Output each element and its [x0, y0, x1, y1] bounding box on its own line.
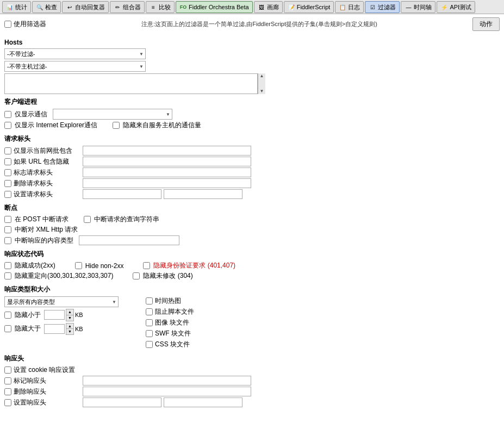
hide-larger-checkbox[interactable]	[4, 325, 11, 332]
set-req-header-label[interactable]: 设置请求标头	[14, 190, 53, 199]
block-scripts-checkbox[interactable]	[146, 308, 153, 315]
toolbar-btn-log[interactable]: 📋 日志	[335, 1, 364, 13]
toolbar-btn-composer[interactable]: ✏ 组合器	[110, 1, 145, 13]
hide-smaller-value[interactable]: 1	[44, 310, 65, 320]
interrupt-query-checkbox[interactable]	[84, 216, 91, 223]
post-request-label[interactable]: 在 POST 中断请求	[15, 215, 69, 224]
hide-non2xx-label[interactable]: Hide non-2xx	[85, 262, 124, 270]
hide-auth-label[interactable]: 隐藏身份验证要求 (401,407)	[153, 261, 235, 270]
hide-success-checkbox[interactable]	[4, 262, 11, 269]
hosts-textarea[interactable]	[4, 73, 258, 94]
hide-redirect-label[interactable]: 隐藏重定向(300,301,302,303,307)	[15, 271, 113, 281]
hosts-dropdown1-row: -不带过滤- 仅显示以下主机 隐藏以下主机 ▼	[4, 48, 500, 59]
block-images-label[interactable]: 图像 块文件	[155, 318, 189, 327]
delete-resp-header-checkbox[interactable]	[4, 388, 11, 395]
hide-server-label[interactable]: 隐藏来自服务主机的通信量	[123, 121, 201, 130]
set-cookie-label[interactable]: 设置 cookie 响应设置	[14, 365, 75, 375]
larger-down-arrow[interactable]: ▼	[66, 329, 73, 334]
xml-http-checkbox[interactable]	[4, 226, 11, 233]
flag-resp-header-checkbox[interactable]	[4, 377, 11, 384]
toolbar-btn-compare[interactable]: ≡ 比较	[146, 1, 175, 13]
hide-non2xx-checkbox[interactable]	[75, 262, 82, 269]
block-swf-label[interactable]: SWF 块文件	[155, 329, 191, 338]
block-scripts-row: 阻止脚本文件	[146, 307, 194, 316]
toolbar-btn-filters[interactable]: ☑ 过滤器	[365, 1, 400, 13]
toolbar-btn-timeline[interactable]: — 时间轴	[401, 1, 435, 13]
hosts-dropdown1[interactable]: -不带过滤- 仅显示以下主机 隐藏以下主机	[4, 48, 146, 59]
set-req-header-input2[interactable]	[164, 189, 242, 199]
larger-up-arrow[interactable]: ▲	[66, 324, 73, 330]
hide-success-label[interactable]: 隐藏成功(2xx)	[15, 261, 55, 270]
hide-larger-label[interactable]: 隐藏大于	[15, 324, 41, 333]
process-dropdown[interactable]	[53, 109, 172, 120]
show-current-input[interactable]	[83, 146, 251, 156]
show-comms-checkbox[interactable]	[4, 111, 11, 118]
flag-header-checkbox[interactable]	[4, 169, 11, 176]
toolbar-btn-apitest[interactable]: ⚡ API测试	[437, 1, 475, 13]
response-type-title: 响应类型和大小	[4, 285, 500, 294]
block-swf-checkbox[interactable]	[146, 330, 153, 337]
delete-header-input[interactable]	[83, 178, 251, 188]
flag-header-label[interactable]: 标志请求标头	[14, 168, 53, 177]
hide-modified-checkbox[interactable]	[133, 272, 140, 279]
xml-http-row: 中断对 XML Http 请求	[4, 225, 500, 234]
set-req-header-input1[interactable]	[83, 189, 161, 199]
flag-resp-header-input[interactable]	[83, 376, 251, 386]
delete-req-header-checkbox[interactable]	[4, 180, 11, 187]
scroll-down-arrow[interactable]: ▼	[260, 89, 264, 94]
show-ie-checkbox[interactable]	[4, 122, 11, 129]
hide-redirect-checkbox[interactable]	[4, 272, 11, 279]
hide-server-checkbox[interactable]	[113, 122, 120, 129]
show-current-label[interactable]: 仅显示当前网批包含	[14, 146, 72, 156]
hide-smaller-checkbox[interactable]	[4, 312, 11, 319]
content-type-label[interactable]: 中断响应的内容类型	[15, 236, 73, 245]
block-images-checkbox[interactable]	[146, 319, 153, 326]
hide-modified-label[interactable]: 隐藏未修改 (304)	[143, 271, 192, 281]
block-css-checkbox[interactable]	[146, 341, 153, 348]
xml-http-label[interactable]: 中断对 XML Http 请求	[15, 225, 78, 234]
hide-auth-checkbox[interactable]	[143, 262, 150, 269]
set-resp-header-input2[interactable]	[164, 397, 242, 407]
hide-if-url-checkbox[interactable]	[4, 158, 11, 165]
set-resp-header-input1[interactable]	[83, 397, 161, 407]
content-type-input[interactable]	[79, 235, 179, 245]
delete-resp-header-label[interactable]: 删除响应头	[14, 387, 46, 396]
interrupt-query-label[interactable]: 中断请求的查询字符串	[94, 215, 159, 224]
show-current-checkbox[interactable]	[4, 147, 11, 154]
delete-req-header-label[interactable]: 删除请求标头	[14, 179, 53, 188]
hide-if-url-label[interactable]: 如果 URL 包含隐藏	[14, 157, 69, 166]
smaller-down-arrow[interactable]: ▼	[66, 315, 73, 321]
content-type-checkbox[interactable]	[4, 237, 11, 244]
block-css-label[interactable]: CSS 块文件	[155, 340, 190, 349]
toolbar-btn-inspect[interactable]: 🔍 检查	[32, 1, 61, 13]
action-button[interactable]: 动作	[472, 17, 500, 31]
use-filter-label[interactable]: 使用筛选器	[14, 20, 46, 29]
hide-larger-value[interactable]: 1	[44, 324, 65, 334]
post-request-checkbox[interactable]	[4, 216, 11, 223]
toolbar-btn-fo[interactable]: FO Fiddler Orchestra Beta	[176, 1, 253, 13]
toolbar-btn-gallery[interactable]: 🖼 画廊	[254, 1, 283, 13]
block-scripts-label[interactable]: 阻止脚本文件	[155, 307, 194, 316]
hosts-scrollbar[interactable]: ▲ ▼	[258, 73, 265, 94]
smaller-up-arrow[interactable]: ▲	[66, 309, 73, 315]
flag-header-input[interactable]	[83, 167, 251, 177]
hide-smaller-label[interactable]: 隐藏小于	[15, 310, 41, 320]
delete-resp-header-input[interactable]	[83, 387, 251, 396]
toolbar-btn-stats[interactable]: 📊 统计	[2, 1, 31, 13]
hosts-dropdown2[interactable]: -不带主机过滤- 仅显示以下主机 隐藏以下主机	[4, 61, 146, 72]
set-req-header-checkbox[interactable]	[4, 191, 11, 198]
hide-if-url-input[interactable]	[83, 157, 251, 166]
resp-type-dropdown[interactable]: 显示所有内容类型 仅显示图像 仅显示文本 仅显示JavaScript	[4, 296, 119, 307]
toolbar-btn-autoresponder[interactable]: ↩ 自动回复器	[62, 1, 109, 13]
toolbar-btn-fiddlerscript[interactable]: 📝 FiddlerScript	[284, 1, 334, 13]
set-resp-header-label[interactable]: 设置响应头	[14, 398, 46, 407]
set-cookie-checkbox[interactable]	[4, 366, 11, 374]
use-filter-checkbox[interactable]	[4, 21, 11, 28]
set-resp-header-checkbox[interactable]	[4, 399, 11, 406]
heatmap-label[interactable]: 时间热图	[155, 296, 181, 306]
show-comms-label[interactable]: 仅显示通信	[15, 110, 47, 119]
scroll-up-arrow[interactable]: ▲	[260, 74, 264, 78]
heatmap-checkbox[interactable]	[146, 297, 153, 304]
flag-resp-header-label[interactable]: 标记响应头	[14, 376, 46, 386]
show-ie-label[interactable]: 仅显示 Internet Explorer通信	[15, 121, 97, 130]
